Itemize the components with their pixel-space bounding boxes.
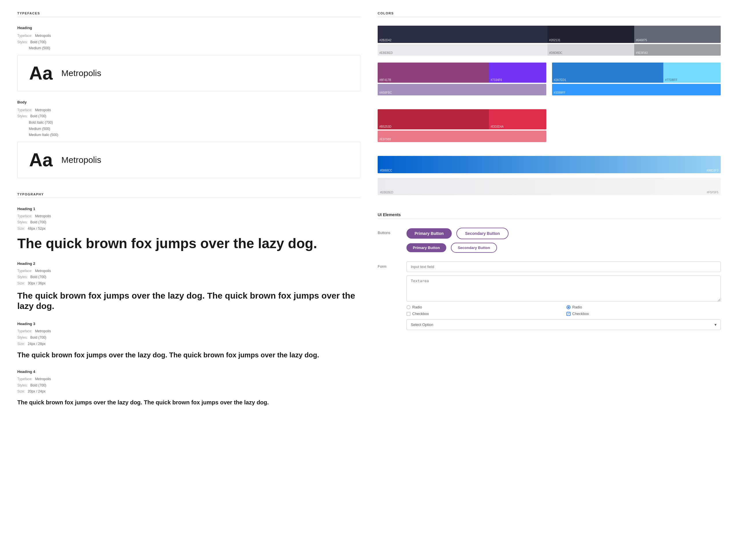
color-hex-ebebed: #EBEBED — [379, 51, 393, 54]
color-swatch-b5253d: #B5253D — [378, 109, 489, 129]
typography-h2: Heading 2 Typeface: Metropolis Styles: B… — [17, 261, 360, 312]
checkbox-checked-label: Checkbox — [572, 312, 589, 316]
color-hex-77dbff: #77DBFF — [665, 78, 678, 82]
h2-size-value: 30px / 36px — [28, 281, 46, 285]
h4-size-label: Size: — [17, 389, 25, 394]
color-hex-2a7ed1: #2A7ED1 — [554, 78, 566, 82]
typeface-heading-styles-label: Styles: — [17, 40, 28, 44]
h3-styles-label: Styles: — [17, 336, 28, 340]
typeface-body-label: Body — [17, 100, 360, 104]
primary-button-1[interactable]: Primary Button — [406, 228, 452, 238]
h4-typeface-label: Typeface: — [17, 377, 32, 381]
color-swatch-ebebed: #EBEBED — [378, 44, 547, 56]
typography-divider — [17, 198, 360, 198]
color-swatch-e97988: #E97988 — [378, 130, 546, 142]
h4-meta: Typeface: Metropolis Styles: Bold (700) … — [17, 376, 360, 395]
typeface-body-styles-label: Styles: — [17, 114, 28, 118]
color-hex-202131: #202131 — [549, 39, 561, 42]
dark-color-group: #2B2D42 #202131 #646875 #EBEBED #D8D8DC — [378, 26, 721, 56]
btn-row-2: Primary Button Secondary Button — [406, 243, 721, 253]
typeface-heading-label: Heading — [17, 26, 360, 30]
secondary-button-2[interactable]: Secondary Button — [451, 243, 497, 253]
checkbox-unchecked-label: Checkbox — [412, 312, 429, 316]
color-swatch-a58fbc: #A58FBC — [378, 84, 546, 95]
heading-aa: Aa — [29, 64, 53, 82]
purple-red-row: #8F417B #7334F6 #A58FBC — [378, 63, 721, 102]
color-swatch-9e9fa3: #9E9FA3 — [634, 44, 721, 56]
h2-size-label: Size: — [17, 281, 25, 285]
color-hex-dd2d4a: #DD2D4A — [491, 125, 504, 128]
purple-color-row-small: #A58FBC — [378, 84, 546, 95]
h3-size-label: Size: — [17, 342, 25, 346]
typeface-body-typeface-value: Metropolis — [35, 108, 51, 112]
gradient-swatch-blue: #0060CC #99D3F3 — [378, 156, 721, 173]
checkbox-checked-icon[interactable] — [567, 312, 571, 316]
h2-typeface-label: Typeface: — [17, 269, 32, 273]
h1-styles-value: Bold (700) — [30, 220, 46, 224]
color-swatch-dd2d4a: #DD2D4A — [489, 109, 546, 129]
typeface-body-meta: Typeface: Metropolis Styles: Bold (700) … — [17, 107, 360, 138]
dark-color-row-small: #EBEBED #D8D8DC #9E9FA3 — [378, 44, 721, 56]
h2-preview: The quick brown fox jumps over the lazy … — [17, 291, 360, 311]
color-hex-3399ff: #3399FF — [554, 91, 565, 94]
checkbox-unchecked-icon[interactable] — [406, 312, 410, 316]
select-wrapper: Select Option Option 1 Option 2 Option 3… — [406, 319, 721, 330]
h1-typeface-label: Typeface: — [17, 214, 32, 218]
color-swatch-3399ff: #3399FF — [552, 84, 721, 95]
select-field[interactable]: Select Option Option 1 Option 2 Option 3 — [406, 319, 721, 330]
color-swatch-8f417b: #8F417B — [378, 63, 489, 83]
radio-checked-icon[interactable] — [567, 305, 571, 309]
heading-typeface-name: Metropolis — [61, 68, 101, 78]
buttons-row: Buttons Primary Button Secondary Button … — [378, 228, 721, 253]
h1-label: Heading 1 — [17, 207, 360, 211]
h3-typeface-value: Metropolis — [35, 329, 51, 333]
typeface-heading: Heading Typeface: Metropolis Styles: Bol… — [17, 26, 360, 91]
radio-checked-item: Radio — [567, 305, 721, 309]
color-hex-d8d8dc: #D8D8DC — [549, 51, 563, 54]
color-swatch-d8d8dc: #D8D8DC — [547, 44, 634, 56]
ui-elements-section: UI Elements Buttons Primary Button Secon… — [378, 212, 721, 330]
checkbox-unchecked-item: Checkbox — [406, 312, 561, 316]
form-label: Form — [378, 261, 401, 268]
neutral-end-label: #F5F5F5 — [707, 191, 718, 194]
red-standalone-row: #B5253D #DD2D4A #E97988 — [378, 109, 721, 149]
red-color-row-small: #E97988 — [378, 130, 546, 142]
button-group: Primary Button Secondary Button Primary … — [406, 228, 721, 253]
typography-h1: Heading 1 Typeface: Metropolis Styles: B… — [17, 207, 360, 251]
textarea-field[interactable] — [406, 275, 721, 302]
form-group: Radio Radio Checkbox — [406, 261, 721, 330]
form-content: Radio Radio Checkbox — [406, 261, 721, 330]
checkbox-checked-item: Checkbox — [567, 312, 721, 316]
color-hex-7334f6: #7334F6 — [491, 78, 502, 82]
color-swatch-202131: #202131 — [547, 26, 634, 43]
h3-size-value: 24px / 28px — [28, 342, 46, 346]
purple-color-group: #8F417B #7334F6 #A58FBC — [378, 63, 546, 95]
body-aa: Aa — [29, 151, 53, 169]
typefaces-title: TYPEFACES — [17, 12, 360, 15]
h1-meta: Typeface: Metropolis Styles: Bold (700) … — [17, 213, 360, 232]
typography-h4: Heading 4 Typeface: Metropolis Styles: B… — [17, 370, 360, 406]
h1-preview: The quick brown fox jumps over the lazy … — [17, 236, 360, 251]
primary-button-2[interactable]: Primary Button — [406, 243, 446, 252]
typeface-heading-typeface-value: Metropolis — [35, 34, 51, 38]
h2-styles-value: Bold (700) — [30, 275, 46, 279]
typeface-heading-meta: Typeface: Metropolis Styles: Bold (700) … — [17, 33, 360, 52]
red-color-row-main: #B5253D #DD2D4A — [378, 109, 546, 129]
ui-elements-title: UI Elements — [378, 212, 721, 217]
blue-color-group: #2A7ED1 #77DBFF #3399FF — [552, 63, 721, 95]
h4-styles-label: Styles: — [17, 383, 28, 387]
secondary-button-1[interactable]: Secondary Button — [456, 228, 508, 239]
typography-section: TYPOGRAPHY Heading 1 Typeface: Metropoli… — [17, 192, 360, 406]
h4-preview: The quick brown fox jumps over the lazy … — [17, 399, 360, 406]
color-swatch-77dbff: #77DBFF — [663, 63, 721, 83]
color-hex-8f417b: #8F417B — [379, 78, 391, 82]
h2-typeface-value: Metropolis — [35, 269, 51, 273]
radio-unchecked-icon[interactable] — [406, 305, 410, 309]
h4-size-value: 20px / 24px — [28, 389, 46, 394]
typeface-heading-typeface-label: Typeface: — [17, 34, 32, 38]
radio-unchecked-label: Radio — [412, 305, 422, 309]
input-text-field[interactable] — [406, 261, 721, 272]
color-hex-e97988: #E97988 — [379, 138, 391, 141]
h1-size-label: Size: — [17, 226, 25, 230]
h2-styles-label: Styles: — [17, 275, 28, 279]
